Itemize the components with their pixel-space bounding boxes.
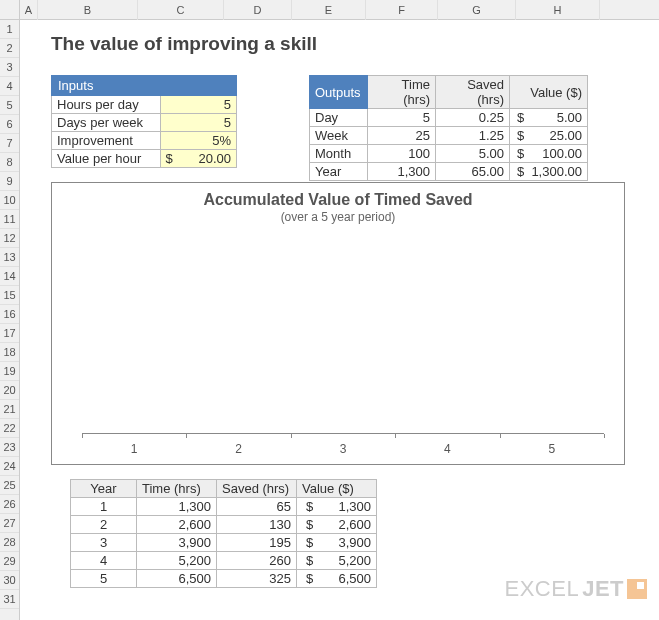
year-cell[interactable]: 2,600 [137, 516, 217, 534]
input-value-cell[interactable]: 5 [160, 114, 236, 132]
output-cell[interactable]: 25 [368, 127, 436, 145]
row-header[interactable]: 4 [0, 77, 19, 96]
output-cell[interactable]: 65.00 [436, 163, 510, 181]
input-value-cell[interactable]: 5% [160, 132, 236, 150]
column-header[interactable]: E [292, 0, 366, 20]
row-header[interactable]: 21 [0, 400, 19, 419]
year-table: Year Time (hrs) Saved (hrs) Value ($) 11… [70, 479, 377, 588]
year-cell[interactable]: 3,900 [137, 534, 217, 552]
output-cell[interactable]: 1,300 [368, 163, 436, 181]
worksheet-area[interactable]: The value of improving a skill Inputs Ho… [20, 20, 659, 620]
year-cell[interactable]: 1 [71, 498, 137, 516]
row-header[interactable]: 29 [0, 552, 19, 571]
output-cell[interactable]: $100.00 [510, 145, 588, 163]
table-row: 45,200260$5,200 [71, 552, 377, 570]
chart-category-label: 4 [444, 442, 451, 456]
row-header[interactable]: 7 [0, 134, 19, 153]
row-header[interactable]: 19 [0, 362, 19, 381]
row-header[interactable]: 13 [0, 248, 19, 267]
input-value-cell[interactable]: 5 [160, 96, 236, 114]
row-header[interactable]: 14 [0, 267, 19, 286]
row-headers: 1234567891011121314151617181920212223242… [0, 0, 20, 620]
input-label: Hours per day [52, 96, 161, 114]
year-cell[interactable]: $6,500 [297, 570, 377, 588]
column-header[interactable]: F [366, 0, 438, 20]
output-cell[interactable]: 100 [368, 145, 436, 163]
year-cell[interactable]: 130 [217, 516, 297, 534]
year-cell[interactable]: 1,300 [137, 498, 217, 516]
row-header[interactable]: 31 [0, 590, 19, 609]
year-cell[interactable]: 65 [217, 498, 297, 516]
row-header[interactable]: 10 [0, 191, 19, 210]
row-header[interactable]: 26 [0, 495, 19, 514]
column-header[interactable]: C [138, 0, 224, 20]
row-header[interactable]: 20 [0, 381, 19, 400]
row-header[interactable]: 3 [0, 58, 19, 77]
output-cell[interactable]: 1.25 [436, 127, 510, 145]
chart-category-label: 5 [548, 442, 555, 456]
year-cell[interactable]: $1,300 [297, 498, 377, 516]
row-header[interactable]: 25 [0, 476, 19, 495]
input-label: Value per hour [52, 150, 161, 168]
row-header[interactable]: 6 [0, 115, 19, 134]
row-header[interactable]: 8 [0, 153, 19, 172]
row-header[interactable]: 24 [0, 457, 19, 476]
year-col-time: Time (hrs) [137, 480, 217, 498]
table-row: 56,500325$6,500 [71, 570, 377, 588]
year-cell[interactable]: 195 [217, 534, 297, 552]
output-cell[interactable]: Day [310, 109, 368, 127]
row-header[interactable]: 18 [0, 343, 19, 362]
output-cell[interactable]: Month [310, 145, 368, 163]
row-header[interactable]: 12 [0, 229, 19, 248]
row-header[interactable]: 30 [0, 571, 19, 590]
column-header[interactable]: H [516, 0, 600, 20]
output-cell[interactable]: Year [310, 163, 368, 181]
year-cell[interactable]: 325 [217, 570, 297, 588]
year-cell[interactable]: 6,500 [137, 570, 217, 588]
year-cell[interactable]: 2 [71, 516, 137, 534]
year-col-value: Value ($) [297, 480, 377, 498]
row-header[interactable]: 22 [0, 419, 19, 438]
column-header[interactable]: B [38, 0, 138, 20]
row-header[interactable]: 27 [0, 514, 19, 533]
row-header[interactable]: 23 [0, 438, 19, 457]
row-header[interactable]: 9 [0, 172, 19, 191]
year-cell[interactable]: $3,900 [297, 534, 377, 552]
year-col-year: Year [71, 480, 137, 498]
inputs-header: Inputs [52, 76, 237, 96]
output-cell[interactable]: $5.00 [510, 109, 588, 127]
outputs-col-saved: Saved (hrs) [436, 76, 510, 109]
year-cell[interactable]: 260 [217, 552, 297, 570]
year-cell[interactable]: 4 [71, 552, 137, 570]
row-header[interactable]: 2 [0, 39, 19, 58]
column-header[interactable]: D [224, 0, 292, 20]
year-cell[interactable]: 3 [71, 534, 137, 552]
year-cell[interactable]: $5,200 [297, 552, 377, 570]
row-header[interactable]: 15 [0, 286, 19, 305]
output-cell[interactable]: 5 [368, 109, 436, 127]
row-header[interactable]: 16 [0, 305, 19, 324]
year-cell[interactable]: 5,200 [137, 552, 217, 570]
chart-category-label: 3 [340, 442, 347, 456]
output-cell[interactable]: 5.00 [436, 145, 510, 163]
year-cell[interactable]: 5 [71, 570, 137, 588]
chart-plot-area: $1,3001$2,6002$3,9003$5,2004$6,5005 [82, 238, 604, 434]
row-header[interactable]: 17 [0, 324, 19, 343]
row-header[interactable]: 1 [0, 20, 19, 39]
year-cell[interactable]: $2,600 [297, 516, 377, 534]
output-cell[interactable]: Week [310, 127, 368, 145]
column-header[interactable]: A [20, 0, 38, 20]
output-cell[interactable]: 0.25 [436, 109, 510, 127]
output-cell[interactable]: $25.00 [510, 127, 588, 145]
chart[interactable]: Accumulated Value of Timed Saved (over a… [51, 182, 625, 465]
input-value-cell[interactable]: $20.00 [160, 150, 236, 168]
column-header[interactable]: G [438, 0, 516, 20]
row-header[interactable]: 5 [0, 96, 19, 115]
input-label: Improvement [52, 132, 161, 150]
row-header[interactable]: 11 [0, 210, 19, 229]
output-cell[interactable]: $1,300.00 [510, 163, 588, 181]
outputs-header: Outputs [310, 76, 368, 109]
row-header[interactable]: 28 [0, 533, 19, 552]
chart-subtitle: (over a 5 year period) [52, 210, 624, 224]
table-row: 11,30065$1,300 [71, 498, 377, 516]
